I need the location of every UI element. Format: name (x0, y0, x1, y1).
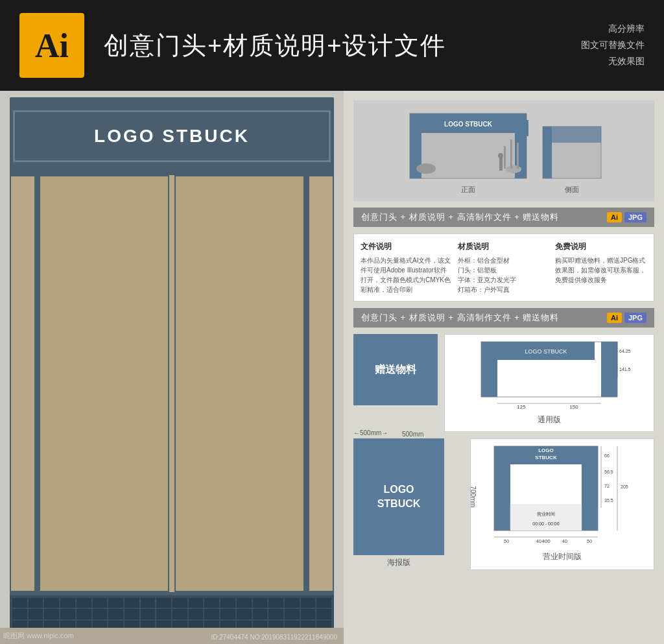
svg-text:141.5: 141.5 (619, 367, 631, 372)
feature-line1: 高分辨率 (581, 21, 645, 37)
size-500-label: 500mm (402, 431, 423, 438)
desc-col-3-title: 免费说明 (555, 241, 647, 253)
info-bar-1-text: 创意门头 + 材质说明 + 高清制作文件 + 赠送物料 (361, 211, 559, 223)
badge-jpg-2: JPG (624, 313, 646, 323)
id-stamp: ID:27404474 NO:201908311922211849000 (211, 634, 337, 641)
svg-rect-8 (499, 158, 503, 171)
poster-box: ←500mm→ 700mm LOGOSTBUCK (353, 438, 444, 555)
poster-logo-text: LOGOSTBUCK (377, 483, 421, 512)
info-bar-2: 创意门头 + 材质说明 + 高清制作文件 + 赠送物料 Ai JPG (353, 308, 654, 328)
svg-text:400: 400 (541, 538, 551, 544)
svg-text:00:00 - 00:00: 00:00 - 00:00 (532, 521, 559, 526)
ai-logo-icon: Ai (19, 13, 84, 78)
svg-point-10 (506, 165, 521, 173)
elevation-drawings: LOGO STBUCK (360, 107, 648, 195)
svg-text:56.5: 56.5 (604, 470, 613, 474)
svg-rect-13 (517, 143, 519, 169)
svg-rect-7 (423, 163, 429, 171)
header-title: 创意门头+材质说明+设计文件 (104, 29, 446, 62)
svg-text:50: 50 (587, 539, 592, 543)
desc-col-1-title: 文件说明 (361, 241, 453, 253)
store-photo-panel: LOGO STBUCK (0, 91, 344, 644)
business-label: 营业时间版 (475, 549, 650, 564)
watermark-nipic: 昵图网 www.nipic.com (3, 631, 74, 641)
svg-rect-37 (510, 505, 582, 531)
window-right (308, 175, 334, 592)
desc-col-2-title: 材质说明 (458, 241, 550, 253)
feature-line3: 无效果图 (581, 54, 645, 70)
svg-rect-12 (510, 139, 512, 169)
info-bar-2-text: 创意门头 + 材质说明 + 高清制作文件 + 赠送物料 (361, 312, 559, 324)
svg-text:LOGO STBUCK: LOGO STBUCK (525, 348, 567, 355)
badges-1: Ai JPG (607, 212, 646, 222)
header: Ai 创意门头+材质说明+设计文件 高分辨率 图文可替换文件 无效果图 (0, 0, 664, 91)
poster-500mm: ←500mm→ (353, 429, 388, 436)
business-dim-box: LOGO STBUCK 营业时间 00:00 - 00:00 66 56.5 7… (470, 438, 654, 570)
right-panel: LOGO STBUCK (344, 91, 664, 644)
side-elevation-svg (540, 120, 604, 185)
feature-line2: 图文可替换文件 (581, 37, 645, 53)
svg-rect-5 (523, 120, 528, 136)
svg-text:LOGO: LOGO (538, 447, 554, 453)
svg-text:50: 50 (504, 539, 509, 543)
poster-col: 500mm ←500mm→ 700mm LOGOSTBUCK 海报版 (353, 438, 444, 570)
desc-col-2: 材质说明 外框：铝合金型材门头：铝塑板字体：亚克力发光字灯箱布：户外写真 (458, 241, 550, 294)
svg-rect-20 (481, 342, 497, 397)
front-elevation: LOGO STBUCK (403, 107, 533, 195)
door-left (39, 175, 169, 592)
badges-2: Ai JPG (607, 313, 646, 323)
store-sign-text: LOGO STBUCK (94, 126, 250, 147)
side-label: 侧面 (565, 185, 579, 195)
svg-text:LOGO STBUCK: LOGO STBUCK (444, 121, 493, 128)
poster-business-row: 500mm ←500mm→ 700mm LOGOSTBUCK 海报版 LOGO (353, 438, 654, 570)
svg-text:40: 40 (536, 539, 541, 543)
svg-text:150: 150 (569, 404, 578, 410)
svg-text:STBUCK: STBUCK (535, 455, 557, 460)
door-right (174, 175, 305, 592)
svg-rect-21 (601, 342, 617, 397)
svg-text:营业时间: 营业时间 (537, 512, 555, 516)
general-dim-box: LOGO STBUCK 125 150 64.25 141.5 400 (444, 334, 654, 432)
side-elevation: 侧面 (540, 120, 604, 195)
desc-col-1: 文件说明 本作品为矢量格式AI文件，该文件可使用Adobe Illustrato… (361, 241, 453, 294)
badge-jpg-1: JPG (624, 212, 646, 222)
svg-text:205: 205 (621, 484, 628, 489)
bonus-dim-row: 赠送物料 LOGO STBUCK 125 150 (353, 334, 654, 432)
svg-text:72: 72 (604, 484, 610, 488)
desc-col-3: 免费说明 购买即赠送物料，赠送JPG格式效果图，如需修改可联系客服，免费提供修改… (555, 241, 647, 294)
front-label: 正面 (461, 185, 475, 195)
info-bar-1: 创意门头 + 材质说明 + 高清制作文件 + 赠送物料 Ai JPG (353, 208, 654, 227)
svg-rect-35 (494, 446, 510, 531)
poster-label: 海报版 (387, 555, 410, 570)
desc-col-1-text: 本作品为矢量格式AI文件，该文件可使用Adobe Illustrator软件打开… (361, 256, 453, 294)
main-content: LOGO STBUCK (0, 91, 664, 644)
desc-col-3-text: 购买即赠送物料，赠送JPG格式效果图，如需修改可联系客服，免费提供修改服务 (555, 256, 647, 285)
general-label: 通用版 (449, 412, 650, 427)
elevation-section: LOGO STBUCK (353, 101, 654, 201)
svg-rect-36 (582, 446, 598, 531)
sign-board: LOGO STBUCK (13, 110, 331, 162)
svg-rect-11 (504, 146, 506, 169)
description-box: 文件说明 本作品为矢量格式AI文件，该文件可使用Adobe Illustrato… (353, 233, 654, 302)
window-left (10, 175, 36, 592)
poster-700mm: 700mm (469, 486, 477, 508)
svg-text:125: 125 (517, 404, 526, 410)
svg-text:35.5: 35.5 (604, 498, 613, 503)
badge-ai-2: Ai (607, 313, 622, 323)
svg-point-9 (498, 153, 503, 158)
svg-text:66: 66 (604, 453, 610, 458)
badge-ai-1: Ai (607, 212, 622, 222)
svg-text:64.25: 64.25 (619, 349, 631, 353)
business-dim-svg: LOGO STBUCK 营业时间 00:00 - 00:00 66 56.5 7… (475, 443, 650, 547)
general-dim-svg: LOGO STBUCK 125 150 64.25 141.5 400 (449, 339, 650, 410)
store-facade: LOGO STBUCK (0, 91, 344, 644)
front-elevation-svg: LOGO STBUCK (403, 107, 533, 185)
svg-rect-16 (543, 126, 601, 143)
svg-text:40: 40 (562, 539, 567, 543)
bonus-box: 赠送物料 (353, 334, 438, 405)
svg-text:400: 400 (541, 409, 551, 410)
desc-col-2-text: 外框：铝合金型材门头：铝塑板字体：亚克力发光字灯箱布：户外写真 (458, 256, 550, 294)
header-features: 高分辨率 图文可替换文件 无效果图 (581, 21, 645, 70)
door-area (39, 175, 305, 592)
bonus-label: 赠送物料 (375, 362, 416, 377)
